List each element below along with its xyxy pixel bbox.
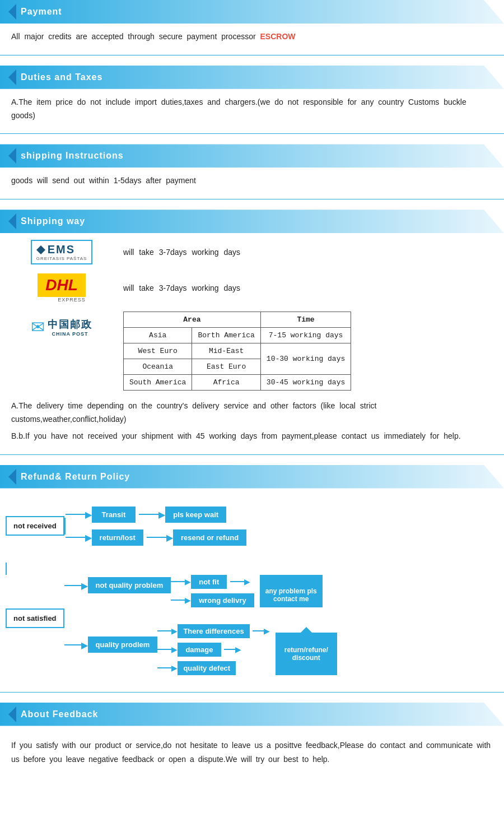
return-lost-box: return/lost bbox=[92, 529, 143, 546]
any-problem-box: any problem pls contact me bbox=[260, 575, 323, 607]
not-quality-branch: ▶ not quality problem ▶ not fit bbox=[64, 575, 337, 607]
chinapost-text: 中国邮政 CHINA POST bbox=[48, 318, 92, 337]
refund-title: Refund& Return Policy bbox=[21, 472, 130, 482]
table-cell-oceania: Oceania bbox=[124, 359, 192, 375]
chinapost-en: CHINA POST bbox=[52, 331, 88, 337]
not-received-box: not received bbox=[6, 516, 64, 536]
quality-problem-box: quality prodlem bbox=[88, 636, 158, 653]
shipping-way-title: Shipping way bbox=[21, 216, 85, 226]
quality-defect-branch: ▶ quality defect bbox=[157, 661, 269, 675]
resend-refund-box: resend or refund bbox=[173, 529, 246, 546]
shipping-note-b: B.b.If you have not received your shipme… bbox=[11, 430, 493, 443]
not-fit-branch: ▶ not fit ▶ bbox=[171, 575, 254, 589]
transit-branch: ▶ Transit ▶ pls keep wait bbox=[66, 507, 247, 523]
duties-title: Duties and Taxes bbox=[21, 72, 102, 82]
refund-section: Refund& Return Policy not received bbox=[0, 465, 504, 693]
chinapost-icon: ✉ bbox=[31, 317, 45, 337]
shipping-instructions-title: shipping Instructions bbox=[21, 151, 124, 161]
refund-header: Refund& Return Policy bbox=[0, 465, 504, 489]
feedback-header: About Feedback bbox=[0, 703, 504, 726]
payment-section: Payment All major credits are accepted t… bbox=[0, 0, 504, 55]
table-cell-borth-america: Borth America bbox=[192, 328, 260, 343]
svg-marker-0 bbox=[36, 245, 45, 254]
feedback-body: If you satisfy with our product or servi… bbox=[0, 733, 504, 778]
wrong-delivery-branch: ▶ wrong delivry bbox=[171, 593, 254, 607]
damage-box: damage bbox=[178, 643, 221, 657]
table-header-area: Area bbox=[124, 312, 261, 328]
there-differences-branch: ▶ There differences ▶ bbox=[157, 624, 269, 638]
table-cell-africa: Africa bbox=[192, 375, 260, 391]
chinapost-logo: ✉ 中国邮政 CHINA POST bbox=[31, 317, 92, 337]
duties-text: A.The item price do not include import d… bbox=[11, 97, 466, 120]
table-header-time: Time bbox=[260, 312, 351, 328]
there-differences-box: There differences bbox=[178, 624, 249, 638]
table-cell-mid-east: Mid-East bbox=[192, 343, 260, 359]
ems-text: EMS bbox=[48, 243, 75, 256]
shipping-way-header: Shipping way bbox=[0, 210, 504, 233]
feedback-section: About Feedback If you satisfy with our p… bbox=[0, 703, 504, 778]
quality-branch: ▶ quality prodlem ▶ There differences bbox=[64, 624, 337, 675]
table-cell-asia: Asia bbox=[124, 328, 192, 343]
dhl-subtext: EXPRESS bbox=[58, 297, 86, 303]
chinapost-logo-box: ✉ 中国邮政 CHINA POST bbox=[11, 317, 112, 337]
duties-divider bbox=[0, 133, 504, 134]
shipping-note-a: A.The delivery time depending on the cou… bbox=[11, 399, 493, 426]
duties-section: Duties and Taxes A.The item price do not… bbox=[0, 66, 504, 134]
return-refund-callout: return/refune/ discount bbox=[276, 633, 337, 675]
table-cell-10-30: 10-30 working days bbox=[260, 343, 351, 375]
feedback-text: If you satisfy with our product or servi… bbox=[11, 741, 491, 764]
dhl-row: DHL EXPRESS will take 3-7days working da… bbox=[11, 273, 493, 303]
shipping-instructions-text: goods will send out within 1-5days after… bbox=[11, 176, 196, 185]
damage-branch: ▶ damage ▶ bbox=[157, 643, 269, 657]
ems-row: EMS GREITASIS PAŠTAS will take 3-7days w… bbox=[11, 240, 493, 264]
transit-box: Transit bbox=[92, 507, 136, 523]
shipping-logos: EMS GREITASIS PAŠTAS will take 3-7days w… bbox=[0, 240, 504, 391]
return-refund-box: return/refune/ discount bbox=[276, 633, 337, 675]
shipping-notes: A.The delivery time depending on the cou… bbox=[0, 399, 504, 448]
pls-keep-wait-box: pls keep wait bbox=[165, 507, 226, 523]
duties-body: A.The item price do not include import d… bbox=[0, 96, 504, 128]
shipping-way-section: Shipping way EMS GREITASIS PAŠTAS will t… bbox=[0, 210, 504, 454]
return-lost-branch: ▶ return/lost ▶ resend or refund bbox=[66, 529, 247, 546]
not-satisfied-box: not satisfied bbox=[6, 608, 64, 628]
payment-divider bbox=[0, 55, 504, 55]
not-quality-problem-box: not quality problem bbox=[88, 577, 171, 593]
shipping-instructions-divider bbox=[0, 199, 504, 199]
shipping-instructions-body: goods will send out within 1-5days after… bbox=[0, 174, 504, 193]
table-cell-west-euro: West Euro bbox=[124, 343, 192, 359]
shipping-table: Area Time Asia Borth America 7-15 workin… bbox=[123, 312, 351, 391]
chinapost-row: ✉ 中国邮政 CHINA POST Area Time Asia Borth A… bbox=[11, 312, 493, 391]
not-satisfied-group: not satisfied ▶ not quality problem bbox=[6, 575, 498, 675]
ems-subtext: GREITASIS PAŠTAS bbox=[36, 256, 87, 261]
table-cell-east-euro: East Euro bbox=[192, 359, 260, 375]
table-cell-30-45: 30-45 working days bbox=[260, 375, 351, 391]
refund-divider bbox=[0, 692, 504, 693]
shipping-way-divider bbox=[0, 454, 504, 455]
not-fit-box: not fit bbox=[191, 575, 227, 589]
shipping-instructions-section: shipping Instructions goods will send ou… bbox=[0, 144, 504, 199]
table-cell-south-america: South America bbox=[124, 375, 192, 391]
ems-logo-box: EMS GREITASIS PAŠTAS bbox=[11, 240, 112, 264]
feedback-title: About Feedback bbox=[21, 709, 98, 719]
payment-header: Payment bbox=[0, 0, 504, 24]
chinapost-cn: 中国邮政 bbox=[48, 318, 92, 331]
table-cell-7-15: 7-15 working days bbox=[260, 328, 351, 343]
shipping-instructions-header: shipping Instructions bbox=[0, 144, 504, 168]
payment-title: Payment bbox=[21, 7, 62, 17]
ems-icon bbox=[36, 245, 45, 254]
ems-delivery-text: will take 3-7days working days bbox=[123, 248, 240, 257]
payment-body: All major credits are accepted through s… bbox=[0, 30, 504, 49]
wrong-delivery-box: wrong delivry bbox=[191, 593, 254, 607]
not-received-group: not received ▶ Transit bbox=[6, 507, 498, 546]
flowchart-container: not received ▶ Transit bbox=[0, 495, 504, 686]
escrow-highlight: ESCROW bbox=[260, 32, 296, 41]
dhl-logo-box: DHL EXPRESS bbox=[11, 273, 112, 303]
quality-defect-box: quality defect bbox=[178, 661, 236, 675]
duties-header: Duties and Taxes bbox=[0, 66, 504, 89]
dhl-text: DHL bbox=[45, 276, 78, 294]
payment-text: All major credits are accepted through s… bbox=[11, 32, 256, 41]
any-problem-callout: any problem pls contact me bbox=[260, 575, 323, 607]
dhl-delivery-text: will take 3-7days working days bbox=[123, 284, 240, 292]
